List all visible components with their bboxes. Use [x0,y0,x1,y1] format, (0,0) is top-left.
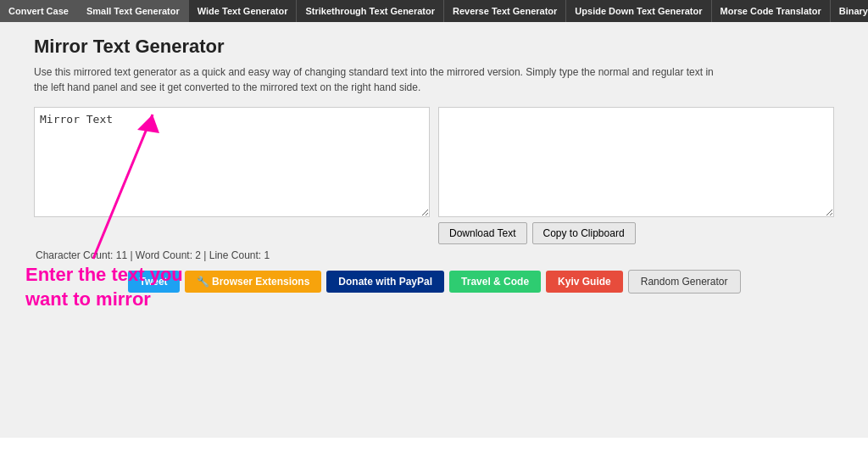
textarea-row: Mirror Text Download Text Copy to Clipbo… [34,107,834,244]
nav-small-text[interactable]: Small Text Generator [78,0,189,22]
random-generator-button[interactable]: Random Generator [628,270,741,293]
right-panel: Download Text Copy to Clipboard [438,107,834,244]
top-navigation: Convert Case Small Text Generator Wide T… [0,0,868,22]
nav-morse-code[interactable]: Morse Code Translator [712,0,831,22]
main-content: Mirror Text Generator Use this mirrored … [0,22,868,438]
copy-button[interactable]: Copy to Clipboard [532,222,636,244]
kyiv-guide-button[interactable]: Kyiv Guide [546,271,623,293]
stats-bar: Character Count: 11 | Word Count: 2 | Li… [34,249,834,261]
travel-code-button[interactable]: Travel & Code [449,271,541,293]
input-textarea[interactable]: Mirror Text [34,107,430,217]
nav-convert-case[interactable]: Convert Case [0,0,78,22]
action-buttons: Download Text Copy to Clipboard [438,222,834,244]
page-title: Mirror Text Generator [34,36,834,58]
nav-wide-text[interactable]: Wide Text Generator [189,0,298,22]
left-panel: Mirror Text [34,107,430,244]
nav-binary-code[interactable]: Binary Code Translator [831,0,868,22]
nav-strikethrough[interactable]: Strikethrough Text Generator [297,0,444,22]
nav-upside-down[interactable]: Upside Down Text Generator [566,0,711,22]
browser-extensions-button[interactable]: 🔧 Browser Extensions [185,271,322,293]
page-description: Use this mirrored text generator as a qu… [34,64,729,95]
tweet-button[interactable]: Tweet [128,271,180,293]
nav-reverse-text[interactable]: Reverse Text Generator [444,0,566,22]
bottom-buttons: Tweet 🔧 Browser Extensions Donate with P… [34,270,834,293]
paypal-button[interactable]: Donate with PayPal [326,271,444,293]
download-button[interactable]: Download Text [438,222,527,244]
output-textarea[interactable] [438,107,834,217]
